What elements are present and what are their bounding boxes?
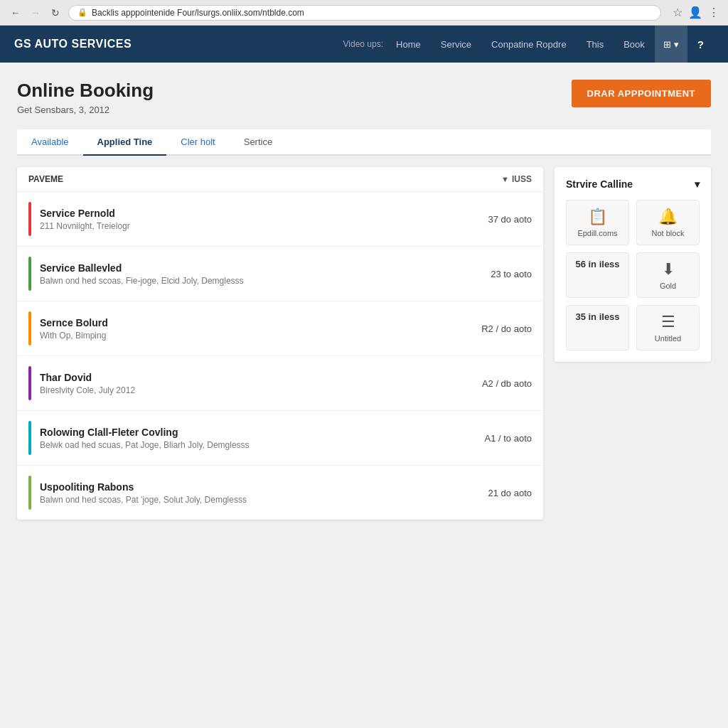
download-icon: ⬇ [643,260,693,279]
forward-button[interactable]: → [28,6,43,20]
nav-book[interactable]: Book [614,26,655,63]
service-desc: With Op, Bimping [40,331,459,341]
bell-icon: 🔔 [643,208,693,226]
table-row[interactable]: Rolowing Clall-Fleter Covling Belwk oad … [17,411,543,466]
content-row: PAVEME ▼ IUSS Service Pernold 211 Novnii… [17,167,711,520]
color-indicator [28,311,31,346]
page-header-left: Online Booking Get Sensbars, 3, 2012 [17,80,154,115]
table-row[interactable]: Thar Dovid Bireslvity Cole, July 2012 A2… [17,356,543,411]
sidebar-card: Strvire Calline ▾ 📋 Epdill.coms 🔔 Not bl… [555,167,711,362]
table-header: PAVEME ▼ IUSS [17,167,543,192]
service-desc: 211 Novniight, Treielogr [40,221,459,231]
star-button[interactable]: ☆ [673,6,682,19]
table-row[interactable]: Uspooliting Rabons Balwn ond hed scoas, … [17,466,543,520]
browser-bar: ← → ↻ 🔒 Backlis apppointenide Four/lsurg… [0,0,728,26]
table-row[interactable]: Service Ballevled Balwn ond hed scoas, F… [17,247,543,301]
tab-applied-tine[interactable]: Applied Tine [83,129,167,156]
sidebar-item-label: Untitled [643,334,693,343]
service-info: Uspooliting Rabons Balwn ond hed scoas, … [40,481,459,505]
service-name: Uspooliting Rabons [40,481,459,493]
main-content: Online Booking Get Sensbars, 3, 2012 DRA… [0,63,728,537]
service-price: 37 do aoto [468,214,532,225]
tab-sertice[interactable]: Sertice [230,129,287,156]
col1-header: PAVEME [28,174,63,184]
nav-icon: ⊞ [663,39,671,50]
nav-conpatine[interactable]: Conpatine Ropdre [481,26,577,63]
chevron-down-icon: ▾ [695,178,700,190]
list-icon: ☰ [643,313,693,331]
sidebar-item-untitled[interactable]: ☰ Untitled [636,305,700,350]
service-name: Rolowing Clall-Fleter Covling [40,427,459,438]
sidebar-item-label: Gold [643,282,693,290]
profile-button[interactable]: 👤 [688,6,702,19]
nav-this[interactable]: This [577,26,614,63]
url-bar[interactable]: 🔒 Backlis apppointenide Four/lsurgs.onli… [68,5,661,21]
color-indicator [28,421,31,455]
sidebar: Strvire Calline ▾ 📋 Epdill.coms 🔔 Not bl… [555,167,711,362]
tab-available[interactable]: Available [17,129,83,156]
service-info: Rolowing Clall-Fleter Covling Belwk oad … [40,427,459,450]
page-title: Online Booking [17,80,154,102]
color-indicator [28,476,31,510]
nav-label: Video ups: [343,39,384,49]
menu-button[interactable]: ⋮ [708,6,719,19]
service-info: Sernce Bolurd With Op, Bimping [40,317,459,341]
filter-label: IUSS [512,174,532,184]
color-indicator [28,202,31,236]
back-button[interactable]: ← [9,6,23,20]
service-info: Service Pernold 211 Novniight, Treielogr [40,208,459,231]
sidebar-item-notblock[interactable]: 🔔 Not block [636,200,700,245]
refresh-button[interactable]: ↻ [48,6,63,20]
nav-help-button[interactable]: ? [687,26,714,63]
service-name: Service Pernold [40,208,459,219]
nav-items: Home Service Conpatine Ropdre This Book [386,26,655,63]
color-indicator [28,366,31,400]
lock-icon: 🔒 [77,8,87,17]
sidebar-row-1: 📋 Epdill.coms 🔔 Not block [566,200,700,245]
filter-button[interactable]: ▼ IUSS [501,174,532,184]
service-desc: Balwn ond hed scoas, Fie-joge, Elcid Jol… [40,276,459,286]
sidebar-item-gold[interactable]: ⬇ Gold [636,252,700,298]
nav-home[interactable]: Home [386,26,431,63]
sidebar-row-2: 56 in iless ⬇ Gold [566,252,700,298]
document-icon: 📋 [572,208,623,226]
nav-dropdown-arrow: ▾ [674,39,679,50]
service-name: Thar Dovid [40,372,459,383]
sidebar-item-label: Epdill.coms [572,229,623,237]
nav-icon-button[interactable]: ⊞ ▾ [655,26,687,63]
service-desc: Bireslvity Cole, July 2012 [40,385,459,395]
table-row[interactable]: Service Pernold 211 Novniight, Treielogr… [17,192,543,247]
top-nav: GS AUTO SERVICES Video ups: Home Service… [0,26,728,63]
tab-bar: Available Applied Tine Cler holt Sertice [17,129,711,156]
brand-logo: GS AUTO SERVICES [14,38,132,50]
service-name: Sernce Bolurd [40,317,459,328]
filter-icon: ▼ [501,175,509,183]
cta-button[interactable]: DRAR APPPOINTMENT [572,80,711,107]
service-price: A2 / db aoto [468,378,532,389]
tab-cler-holt[interactable]: Cler holt [166,129,229,156]
sidebar-item-label: Not block [643,229,693,237]
service-price: 21 do aoto [468,488,532,498]
service-price: A1 / to aoto [468,433,532,444]
service-desc: Belwk oad hed scuas, Pat Joge, Bliarh Jo… [40,440,459,450]
nav-service[interactable]: Service [431,26,481,63]
sidebar-count-35: 35 in iless [566,305,629,350]
service-price: R2 / do aoto [468,323,532,334]
sidebar-title: Strvire Calline ▾ [566,178,700,190]
page-subtitle: Get Sensbars, 3, 2012 [17,105,154,115]
url-text: Backlis apppointenide Four/lsurgs.onliix… [92,8,304,18]
service-info: Service Ballevled Balwn ond hed scoas, F… [40,262,459,286]
page-header: Online Booking Get Sensbars, 3, 2012 DRA… [17,80,711,115]
color-indicator [28,257,31,291]
table-row[interactable]: Sernce Bolurd With Op, Bimping R2 / do a… [17,301,543,356]
service-name: Service Ballevled [40,262,459,274]
service-price: 23 to aoto [468,269,532,279]
sidebar-count-56: 56 in iless [566,252,629,298]
table-container: PAVEME ▼ IUSS Service Pernold 211 Novnii… [17,167,543,520]
service-info: Thar Dovid Bireslvity Cole, July 2012 [40,372,459,395]
service-desc: Balwn ond hed scoas, Pat 'joge, Solut Jo… [40,495,459,505]
sidebar-item-epdill[interactable]: 📋 Epdill.coms [566,200,629,245]
browser-actions: ☆ 👤 ⋮ [673,6,719,19]
sidebar-row-3: 35 in iless ☰ Untitled [566,305,700,350]
